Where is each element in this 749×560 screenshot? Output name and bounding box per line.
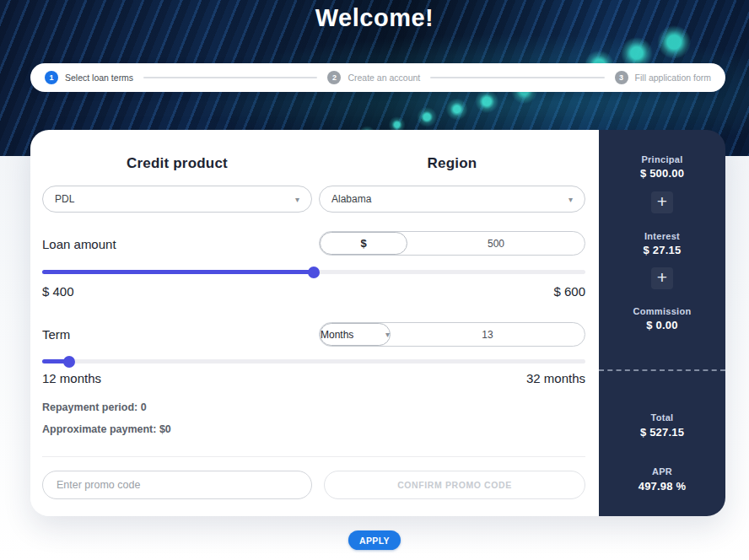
loan-amount-input[interactable]: 500	[407, 238, 585, 250]
credit-product-heading: Credit product	[42, 155, 312, 172]
step-number-badge: 1	[45, 71, 58, 84]
apply-button[interactable]: APPLY	[348, 530, 401, 550]
total-label: Total	[599, 412, 725, 423]
divider	[42, 456, 585, 457]
term-input[interactable]: 13	[391, 329, 585, 341]
loan-amount-slider-thumb[interactable]	[308, 267, 320, 278]
step-number-badge: 3	[615, 71, 628, 84]
loan-amount-range: $ 400 $ 600	[42, 284, 585, 299]
step-connector	[430, 77, 604, 78]
step-label: Create an account	[348, 73, 420, 83]
promo-code-placeholder: Enter promo code	[57, 479, 140, 491]
approximate-payment-text: Approximate payment: $0	[42, 423, 171, 435]
commission-value: $ 0.00	[599, 319, 725, 331]
slider-fill	[42, 270, 314, 274]
plus-icon: +	[651, 191, 673, 213]
stepper: 1 Select loan terms 2 Create an account …	[30, 63, 725, 92]
term-label: Term	[42, 327, 70, 342]
loan-amount-max: $ 600	[553, 284, 585, 299]
loan-amount-input-group: $ 500	[319, 231, 585, 256]
region-heading: Region	[319, 155, 585, 172]
principal-value: $ 500.00	[599, 167, 725, 180]
loan-amount-slider[interactable]	[42, 270, 585, 274]
slider-fill	[42, 359, 69, 363]
step-create-account[interactable]: 2 Create an account	[327, 71, 420, 84]
step-number-badge: 2	[327, 71, 341, 84]
region-select[interactable]: Alabama ▾	[319, 186, 585, 213]
page-title: Welcome!	[0, 4, 749, 32]
loan-calculator-card: Credit product Region PDL ▾ Alabama ▾ Lo…	[30, 130, 725, 516]
term-slider-thumb[interactable]	[63, 356, 75, 368]
term-min: 12 months	[42, 371, 101, 385]
term-max: 32 months	[526, 371, 585, 385]
chevron-down-icon: ▾	[295, 195, 299, 204]
term-slider[interactable]	[42, 359, 585, 363]
repayment-period-text: Repayment period: 0	[42, 401, 147, 413]
commission-label: Commission	[599, 306, 725, 316]
term-range: 12 months 32 months	[42, 371, 585, 385]
step-fill-application[interactable]: 3 Fill application form	[615, 71, 711, 84]
apr-value: 497.98 %	[599, 480, 725, 493]
step-connector	[143, 77, 317, 78]
term-input-group: Months ▾ 13	[319, 322, 585, 347]
chevron-down-icon: ▾	[568, 195, 573, 204]
plus-icon: +	[651, 267, 673, 289]
currency-badge: $	[320, 232, 407, 255]
principal-label: Principal	[599, 154, 725, 164]
region-value: Alabama	[331, 193, 371, 205]
loan-amount-label: Loan amount	[42, 237, 116, 251]
step-label: Fill application form	[635, 73, 711, 83]
interest-value: $ 27.15	[599, 244, 725, 256]
loan-summary-panel: Principal $ 500.00 + Interest $ 27.15 + …	[599, 130, 725, 516]
loan-form: Credit product Region PDL ▾ Alabama ▾ Lo…	[30, 130, 599, 516]
promo-code-input[interactable]: Enter promo code	[42, 471, 312, 499]
step-label: Select loan terms	[65, 73, 133, 83]
term-unit-value: Months	[321, 329, 353, 341]
confirm-promo-code-button[interactable]: CONFIRM PROMO CODE	[324, 471, 585, 499]
loan-amount-min: $ 400	[42, 284, 74, 299]
credit-product-select[interactable]: PDL ▾	[42, 186, 312, 213]
apr-label: APR	[599, 466, 725, 477]
chevron-down-icon: ▾	[385, 330, 390, 339]
interest-label: Interest	[599, 231, 725, 241]
credit-product-value: PDL	[55, 193, 74, 205]
step-select-loan-terms[interactable]: 1 Select loan terms	[45, 71, 133, 84]
total-value: $ 527.15	[599, 426, 725, 439]
term-unit-select[interactable]: Months ▾	[320, 323, 391, 346]
dashed-divider	[599, 369, 725, 371]
